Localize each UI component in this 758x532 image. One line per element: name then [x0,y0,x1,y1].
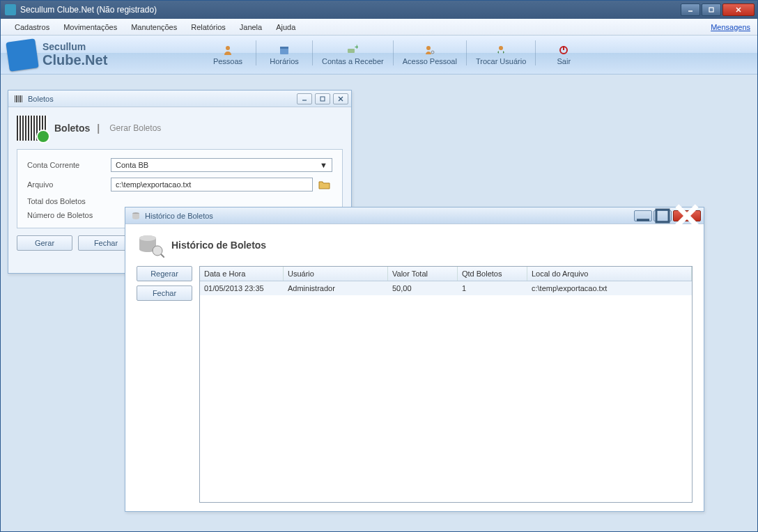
tb-contas[interactable]: + Contas a Receber [316,40,390,70]
cell-qtd: 1 [458,281,527,295]
svg-rect-25 [656,210,669,222]
menu-manutencoes[interactable]: Manutenções [124,20,184,34]
browse-button[interactable] [317,178,332,191]
menu-movimentacoes[interactable]: Movimentações [56,20,124,34]
main-titlebar: Secullum Clube.Net (Não registrado) [1,1,757,19]
svg-point-29 [139,235,156,241]
cell-valor: 50,00 [388,281,458,295]
svg-rect-18 [22,95,22,102]
col-local[interactable]: Local do Arquivo [527,267,692,281]
app-icon [5,4,16,15]
svg-rect-7 [348,49,355,53]
historico-window: Histórico de Boletos Histórico de Boleto… [125,207,704,512]
tb-pessoas[interactable]: Pessoas [203,40,253,70]
historico-close[interactable] [673,210,701,221]
maximize-button[interactable] [702,3,721,16]
boletos-maximize[interactable] [315,93,330,104]
boletos-titlebar[interactable]: Boletos [8,91,351,107]
power-icon [558,45,569,56]
ribbon: Secullum Clube.Net Pessoas Horários + Co… [1,36,757,75]
tb-horarios[interactable]: Horários [259,40,309,70]
mdi-area: Boletos Boletos | Gerar Boletos Conta Co… [1,75,757,531]
col-data[interactable]: Data e Hora [200,267,284,281]
brand: Secullum Clube.Net [8,40,203,70]
boletos-window-controls [297,93,348,104]
svg-point-9 [426,46,431,50]
historico-titlebar[interactable]: Histórico de Boletos [125,208,704,224]
menu-relatorios[interactable]: Relatórios [184,20,233,34]
chevron-down-icon: ▼ [320,161,327,169]
svg-rect-16 [18,95,19,102]
tb-trocar[interactable]: Trocar Usuário [470,40,532,70]
arquivo-input[interactable] [111,178,313,191]
cell-local: c:\temp\exportacao.txt [527,281,692,295]
historico-title: Histórico de Boletos [171,240,266,251]
regerar-button[interactable]: Regerar [137,266,192,281]
database-icon [137,233,164,258]
barcode-icon [17,116,47,141]
boletos-close[interactable] [333,93,348,104]
col-qtd[interactable]: Qtd Boletos [458,267,527,281]
close-button[interactable] [722,3,755,16]
boletos-minimize[interactable] [297,93,312,104]
cell-usuario: Administrador [284,281,388,295]
window-title: Secullum Clube.Net (Não registrado) [20,5,681,15]
toolbar: Pessoas Horários + Contas a Receber Aces… [203,40,750,70]
col-usuario[interactable]: Usuário [284,267,388,281]
tb-sair[interactable]: Sair [539,40,589,70]
menu-cadastros[interactable]: Cadastros [8,20,56,34]
svg-rect-15 [16,95,17,102]
svg-rect-17 [20,95,21,102]
person-icon [222,45,233,56]
svg-text:+: + [355,45,358,51]
barcode-small-icon [14,94,24,104]
tb-acesso[interactable]: Acesso Pessoal [396,40,463,70]
col-valor[interactable]: Valor Total [388,267,458,281]
historico-header: Histórico de Boletos [137,233,693,258]
key-person-icon [424,45,435,56]
boletos-section-title: Boletos [54,123,90,134]
brand-cube-icon [6,38,38,71]
numero-label: Número de Boletos [27,211,111,219]
conta-value: Conta BB [116,161,148,169]
menu-ajuda[interactable]: Ajuda [269,20,302,34]
hist-fechar-button[interactable]: Fechar [137,285,192,301]
svg-rect-20 [320,97,325,101]
boletos-section-header: Boletos | Gerar Boletos [17,116,343,141]
cell-data: 01/05/2013 23:35 [200,281,284,295]
boletos-section-sub: Gerar Boletos [109,123,161,133]
svg-line-31 [161,254,164,258]
db-small-icon [131,211,141,221]
svg-point-10 [431,51,434,54]
conta-combo[interactable]: Conta BB ▼ [111,158,332,172]
menu-janela[interactable]: Janela [233,20,269,34]
brand-line1: Secullum [42,41,107,52]
calendar-icon [279,45,290,56]
window-controls [681,3,755,16]
main-window: Secullum Clube.Net (Não registrado) Cada… [0,0,758,532]
swap-user-icon [495,45,506,56]
historico-grid[interactable]: Data e Hora Usuário Valor Total Qtd Bole… [199,266,693,503]
brand-line2: Clube.Net [42,52,107,68]
boletos-window-title: Boletos [28,95,297,103]
gerar-button[interactable]: Gerar [17,235,72,251]
historico-window-title: Histórico de Boletos [145,212,634,220]
historico-maximize[interactable] [653,210,672,221]
messages-link[interactable]: Mensagens [711,23,750,31]
svg-rect-6 [280,47,288,49]
historico-minimize[interactable] [634,210,652,221]
historico-sidebar: Regerar Fechar [137,266,192,503]
minimize-button[interactable] [681,3,700,16]
svg-point-4 [226,46,230,50]
conta-label: Conta Corrente [27,161,111,169]
menubar: Cadastros Movimentações Manutenções Rela… [1,19,757,36]
total-label: Total dos Boletos [27,197,111,205]
grid-header: Data e Hora Usuário Valor Total Qtd Bole… [200,267,692,281]
folder-open-icon [318,180,331,189]
svg-point-11 [499,46,503,50]
svg-rect-1 [709,8,713,12]
historico-window-controls [634,210,701,221]
arquivo-label: Arquivo [27,180,111,189]
money-plus-icon: + [347,45,358,56]
table-row[interactable]: 01/05/2013 23:35 Administrador 50,00 1 c… [200,281,692,295]
